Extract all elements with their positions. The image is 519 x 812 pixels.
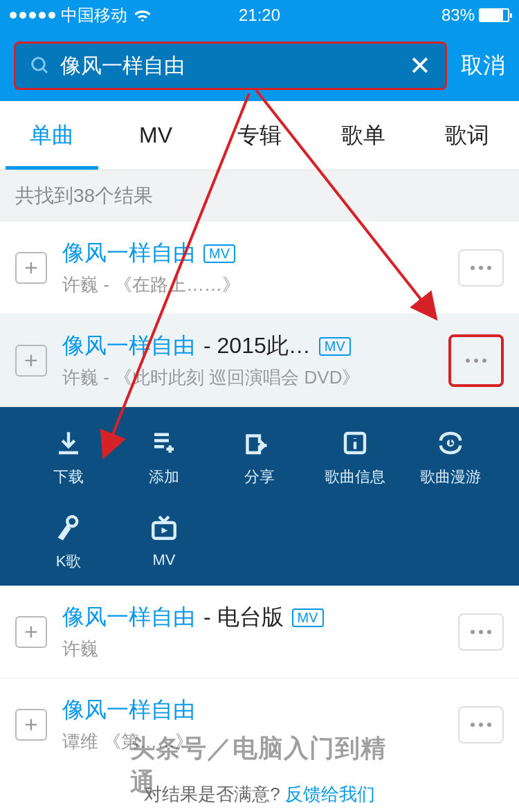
song-row[interactable]: + 像风一样自由 - 电台版 MV 许巍 bbox=[0, 586, 519, 678]
download-icon bbox=[52, 426, 85, 460]
status-bar: 中国移动 21:20 83% bbox=[0, 0, 519, 30]
add-button[interactable]: + bbox=[15, 616, 47, 648]
action-label: 分享 bbox=[244, 467, 275, 487]
add-button[interactable]: + bbox=[15, 345, 47, 377]
svg-point-0 bbox=[33, 58, 45, 71]
info-icon bbox=[338, 426, 372, 460]
more-button[interactable] bbox=[458, 613, 504, 651]
song-title: 像风一样自由 bbox=[62, 695, 195, 725]
mv-badge[interactable]: MV bbox=[203, 244, 235, 263]
song-row[interactable]: + 像风一样自由 - 2015此… MV 许巍 - 《此时此刻 巡回演唱会 DV… bbox=[0, 314, 519, 407]
song-title-suffix: - 电台版 bbox=[203, 602, 284, 633]
action-share[interactable]: 分享 bbox=[212, 426, 307, 487]
search-icon bbox=[30, 55, 51, 76]
search-value: 像风一样自由 bbox=[60, 52, 409, 80]
wifi-icon bbox=[133, 8, 152, 23]
signal-dots-icon bbox=[10, 12, 55, 19]
tv-icon bbox=[147, 511, 181, 544]
svg-point-6 bbox=[67, 516, 77, 526]
tab-lyrics[interactable]: 歌词 bbox=[415, 101, 519, 170]
share-icon bbox=[243, 426, 276, 460]
action-roam[interactable]: 歌曲漫游 bbox=[403, 426, 498, 487]
action-add[interactable]: 添加 bbox=[116, 426, 212, 487]
tabs: 单曲 MV 专辑 歌单 歌词 bbox=[0, 101, 519, 170]
song-title: 像风一样自由 bbox=[62, 331, 195, 361]
search-header: 像风一样自由 ✕ 取消 bbox=[0, 30, 519, 101]
results-count: 共找到38个结果 bbox=[0, 170, 519, 222]
feedback-footer: 对结果是否满意? 反馈给我们 bbox=[0, 782, 519, 806]
carrier-label: 中国移动 bbox=[61, 4, 127, 26]
roam-icon bbox=[434, 426, 467, 460]
action-label: MV bbox=[153, 551, 176, 569]
action-info[interactable]: 歌曲信息 bbox=[307, 426, 403, 487]
action-label: 歌曲信息 bbox=[325, 467, 385, 487]
tab-playlist[interactable]: 歌单 bbox=[311, 101, 415, 170]
mv-badge[interactable]: MV bbox=[292, 608, 324, 627]
battery-percent: 83% bbox=[441, 6, 475, 25]
more-button[interactable] bbox=[448, 334, 504, 387]
tab-songs[interactable]: 单曲 bbox=[0, 101, 104, 170]
status-left: 中国移动 bbox=[10, 4, 152, 26]
footer-question: 对结果是否满意? bbox=[144, 784, 280, 804]
tab-album[interactable]: 专辑 bbox=[208, 101, 311, 170]
song-subtitle: 许巍 - 《在路上……》 bbox=[62, 273, 443, 297]
svg-line-1 bbox=[43, 69, 47, 73]
tab-mv[interactable]: MV bbox=[104, 101, 208, 170]
action-label: 下载 bbox=[53, 467, 84, 487]
mic-icon bbox=[52, 511, 85, 544]
clear-icon[interactable]: ✕ bbox=[409, 51, 431, 81]
add-list-icon bbox=[147, 426, 181, 460]
action-ktv[interactable]: K歌 bbox=[21, 511, 116, 572]
action-label: 添加 bbox=[149, 467, 179, 487]
action-label: K歌 bbox=[56, 551, 82, 572]
song-info: 像风一样自由 - 电台版 MV 许巍 bbox=[62, 602, 443, 661]
status-right: 83% bbox=[441, 6, 509, 25]
mv-badge[interactable]: MV bbox=[319, 337, 351, 356]
song-info: 像风一样自由 MV 许巍 - 《在路上……》 bbox=[62, 238, 443, 297]
action-panel: 下载 添加 分享 歌曲信息 歌曲漫游 K歌 MV bbox=[0, 407, 519, 586]
song-title-suffix: - 2015此… bbox=[203, 331, 311, 361]
add-button[interactable]: + bbox=[15, 709, 47, 741]
more-button[interactable] bbox=[458, 706, 504, 743]
song-info: 像风一样自由 - 2015此… MV 许巍 - 《此时此刻 巡回演唱会 DVD》 bbox=[62, 331, 433, 390]
song-title: 像风一样自由 bbox=[62, 238, 195, 269]
song-subtitle: 许巍 - 《此时此刻 巡回演唱会 DVD》 bbox=[62, 366, 433, 390]
action-download[interactable]: 下载 bbox=[21, 426, 116, 487]
add-button[interactable]: + bbox=[15, 252, 47, 284]
more-button[interactable] bbox=[458, 249, 504, 287]
action-mv[interactable]: MV bbox=[116, 511, 212, 572]
song-subtitle: 许巍 bbox=[62, 637, 443, 661]
cancel-button[interactable]: 取消 bbox=[461, 51, 505, 81]
action-label: 歌曲漫游 bbox=[420, 467, 481, 487]
status-time: 21:20 bbox=[239, 6, 280, 25]
battery-icon bbox=[479, 8, 509, 22]
search-input[interactable]: 像风一样自由 ✕ bbox=[14, 42, 447, 90]
feedback-link[interactable]: 反馈给我们 bbox=[285, 784, 375, 804]
song-title: 像风一样自由 bbox=[62, 602, 195, 633]
song-row[interactable]: + 像风一样自由 MV 许巍 - 《在路上……》 bbox=[0, 222, 519, 314]
